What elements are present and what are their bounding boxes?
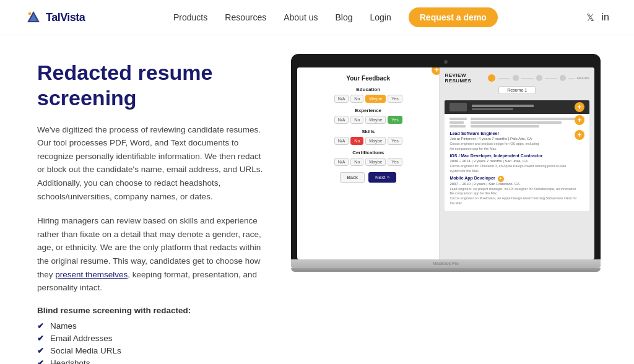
exp-text-3: Lead engineer, co-project manager, co-UX… — [449, 187, 584, 206]
experience-buttons: N/A No Maybe Yes — [305, 116, 432, 124]
no-btn[interactable]: No — [350, 158, 363, 166]
name-lines — [472, 105, 575, 110]
nav-login[interactable]: Login — [370, 12, 391, 22]
skills-section: Skills N/A No Maybe Yes — [305, 129, 432, 145]
step-nav-row: REVIEW RESUMES — [445, 72, 589, 84]
list-item: ✔Social Media URLs — [37, 346, 266, 355]
main-section: Redacted resume screening We've digitize… — [0, 35, 634, 364]
feedback-panel: Your Feedback + Education N/A No Maybe — [297, 67, 440, 259]
nav-blog[interactable]: Blog — [335, 12, 352, 22]
maybe-btn[interactable]: Maybe — [365, 158, 386, 166]
step-dot-1 — [488, 74, 495, 82]
photo-redacted — [449, 103, 467, 111]
laptop-camera — [444, 60, 448, 64]
linkedin-icon[interactable]: in — [602, 12, 609, 23]
exp-company-2: 2009 – 2014 | 3 years 7 months | San Jos… — [449, 159, 584, 163]
exp-title-3: Mobile App Developer — [449, 176, 495, 180]
step-dot-4 — [560, 75, 566, 81]
feedback-nav: Back Next » — [305, 172, 432, 183]
main-block: + — [471, 118, 584, 128]
results-label: Results — [577, 76, 589, 80]
step-line — [521, 78, 534, 79]
list-item: ✔Email Addresses — [37, 334, 266, 343]
education-section: Education N/A No Maybe Yes — [305, 87, 432, 103]
text-bar — [471, 121, 562, 124]
twitter-icon[interactable]: 𝕏 — [586, 12, 594, 24]
list-item: ✔Headshots — [37, 358, 266, 364]
summary-section: + — [449, 118, 584, 128]
laptop-wrap: Your Feedback + Education N/A No Maybe — [291, 54, 601, 272]
plus-add-button-4[interactable]: + — [575, 130, 584, 140]
text-bar — [471, 125, 539, 128]
resume-header-bar: + — [445, 100, 589, 114]
certifications-buttons: N/A No Maybe Yes — [305, 158, 432, 166]
sidebar-bar — [449, 125, 465, 128]
step-dot-2 — [513, 75, 519, 81]
present-themselves-link[interactable]: present themselves — [55, 270, 128, 279]
nav-resources[interactable]: Resources — [225, 12, 266, 22]
yes-btn[interactable]: Yes — [388, 137, 402, 145]
laptop-screen-border: Your Feedback + Education N/A No Maybe — [291, 54, 601, 259]
back-button[interactable]: Back — [340, 172, 365, 183]
plus-add-button-3[interactable]: + — [575, 115, 584, 125]
plus-add-button-2[interactable]: + — [575, 102, 584, 112]
page-title: Redacted resume screening — [37, 60, 266, 111]
text-bar — [471, 118, 584, 120]
nav-about[interactable]: About us — [284, 12, 318, 22]
title-bar — [472, 108, 513, 110]
laptop-base — [291, 259, 601, 268]
social-links: 𝕏 in — [586, 12, 609, 24]
exp-title-2: iOS / Mac Developer, Independent Contrac… — [449, 154, 584, 158]
experience-resume-section: + Lead Software Engineer Job at Pinteres… — [449, 131, 584, 206]
exp-text-1: Cocoa engineer and product design for iO… — [449, 142, 584, 151]
exp-company-1: Job at Pinterest | 4 years 7 months | Pa… — [449, 137, 584, 141]
main-nav: Products Resources About us Blog Login R… — [173, 7, 498, 27]
check-icon: ✔ — [37, 358, 44, 364]
blind-screening-title: Blind resume screening with redacted: — [37, 306, 266, 315]
maybe-btn[interactable]: Maybe — [365, 95, 386, 103]
check-icon: ✔ — [37, 334, 44, 343]
description-2: Hiring managers can review based on skil… — [37, 214, 266, 295]
svg-rect-2 — [28, 12, 31, 15]
yes-btn[interactable]: Yes — [388, 95, 402, 103]
check-icon: ✔ — [37, 346, 44, 355]
maybe-btn[interactable]: Maybe — [365, 137, 386, 145]
checklist: ✔Names ✔Email Addresses ✔Social Media UR… — [37, 321, 266, 364]
skills-buttons: N/A No Maybe Yes — [305, 137, 432, 145]
exp-text-2: Cocoa engineer for Checkout 3, an Apple … — [449, 164, 584, 173]
exp-title-1: Lead Software Engineer — [449, 131, 584, 136]
maybe-btn[interactable]: Maybe — [365, 116, 386, 124]
no-btn[interactable]: No — [350, 95, 363, 103]
yes-btn[interactable]: Yes — [388, 116, 402, 124]
next-button[interactable]: Next » — [368, 172, 396, 183]
laptop-foot — [291, 268, 601, 272]
sidebar-bar — [449, 121, 463, 124]
logo[interactable]: TalVista — [25, 9, 85, 26]
na-btn[interactable]: N/A — [334, 95, 349, 103]
step-line — [498, 78, 510, 79]
nav-products[interactable]: Products — [173, 12, 207, 22]
left-column: Redacted resume screening We've digitize… — [37, 60, 266, 364]
review-resumes-label: REVIEW RESUMES — [445, 72, 488, 84]
exp-company-3: 2007 – 2010 | 3 years | San Francisco, C… — [449, 182, 584, 186]
na-btn[interactable]: N/A — [334, 158, 349, 166]
no-btn[interactable]: No — [350, 116, 363, 124]
logo-text: TalVista — [46, 11, 85, 24]
talvista-logo-icon — [25, 9, 42, 26]
exp-3-header: Mobile App Developer + — [449, 176, 584, 182]
yes-btn[interactable]: Yes — [388, 158, 402, 166]
check-icon: ✔ — [37, 321, 44, 331]
sidebar-block — [449, 118, 467, 128]
na-btn[interactable]: N/A — [334, 116, 349, 124]
plus-add-button-5[interactable]: + — [498, 176, 504, 182]
feedback-title: Your Feedback — [346, 75, 390, 82]
list-item: ✔Names — [37, 321, 266, 331]
na-btn[interactable]: N/A — [334, 137, 349, 145]
laptop-mockup: Your Feedback + Education N/A No Maybe — [291, 54, 601, 272]
no-btn[interactable]: No — [350, 137, 363, 145]
name-bar — [472, 105, 533, 107]
sidebar-bar — [449, 118, 467, 120]
resume-panel: REVIEW RESUMES — [440, 67, 594, 259]
request-demo-button[interactable]: Request a demo — [409, 7, 498, 27]
experience-section: Experience N/A No Maybe Yes — [305, 108, 432, 124]
